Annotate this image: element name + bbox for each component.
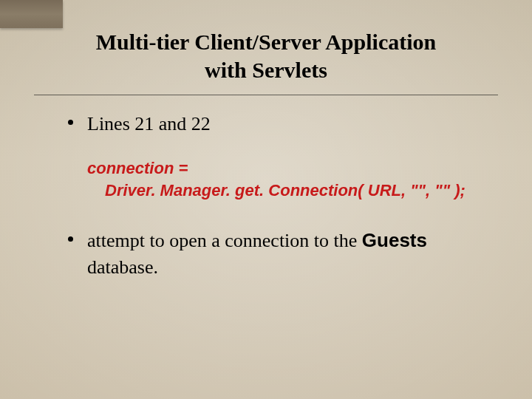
database-name: Guests — [362, 229, 427, 251]
code-line-2: Driver. Manager. get. Connection( URL, "… — [87, 180, 482, 202]
slide-body: Lines 21 and 22 connection = Driver. Man… — [68, 111, 482, 301]
bullet-text-post: database. — [87, 256, 158, 278]
code-snippet: connection = Driver. Manager. get. Conne… — [87, 157, 482, 201]
bullet-item: Lines 21 and 22 — [68, 111, 482, 137]
bullet-icon — [68, 236, 73, 242]
code-line-1: connection = — [87, 157, 482, 180]
bullet-text-pre: attempt to open a connection to the — [87, 230, 362, 251]
bullet-item: attempt to open a connection to the Gues… — [68, 228, 482, 279]
bullet-text: attempt to open a connection to the Gues… — [87, 228, 482, 279]
slide-title: Multi-tier Client/Server Application wit… — [0, 28, 532, 83]
corner-decoration — [0, 0, 63, 28]
slide: Multi-tier Client/Server Application wit… — [0, 0, 532, 399]
title-underline — [34, 95, 498, 95]
bullet-icon — [68, 120, 73, 125]
title-line-2: with Servlets — [0, 56, 532, 84]
bullet-text: Lines 21 and 22 — [87, 111, 482, 137]
title-line-1: Multi-tier Client/Server Application — [0, 28, 532, 56]
